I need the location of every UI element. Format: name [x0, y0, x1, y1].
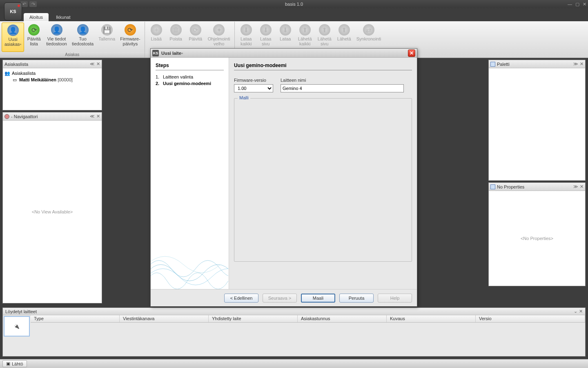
titlebar: ↶ ↷ basis 1.0 — ▢ ✕: [0, 0, 588, 8]
decorative-waves: [151, 244, 228, 289]
load-page-button: ⬇Lataasivu: [256, 22, 276, 52]
import-icon: 👤: [77, 24, 89, 36]
file-icon: ▭: [12, 77, 18, 83]
ribbon-group-asiakas: 👤 Uusi asiakas▫ ⟳ Päivitä lista 👤 Vie ti…: [0, 22, 145, 58]
close-button[interactable]: ✕: [583, 2, 586, 7]
add-icon: ＋: [151, 24, 162, 36]
upload-icon: ⬆: [319, 24, 330, 36]
collapse-button[interactable]: ≪: [90, 61, 95, 67]
tree-root[interactable]: 👥 Asiakaslista: [4, 70, 100, 76]
close-panel-button[interactable]: ✕: [580, 184, 584, 189]
output-icon: ▣: [6, 361, 10, 366]
fieldset-legend: Malli: [238, 95, 250, 100]
send-all-button: ⬆Lähetäkaikki: [295, 22, 315, 52]
status-tab-output[interactable]: ▣ Lähtö: [2, 360, 27, 367]
upload-icon: ⬆: [299, 24, 311, 36]
save-icon: 💾: [101, 24, 113, 36]
status-bar: ▣ Lähtö: [0, 359, 588, 368]
tab-aloitus[interactable]: Aloitus: [24, 13, 49, 21]
dialog-app-icon: KS: [152, 50, 159, 56]
steps-header: Steps: [156, 63, 224, 70]
col-version[interactable]: Versio: [476, 315, 585, 322]
col-channel[interactable]: Viestintäkanava: [120, 315, 209, 322]
tab-ikkunat[interactable]: Ikkunat: [50, 13, 76, 21]
finish-button[interactable]: Maali: [301, 294, 335, 303]
device-icon: 🔌: [14, 324, 20, 329]
customer-tree: 👥 Asiakaslista ▭ Matti Meikäläinen [0000…: [3, 68, 102, 85]
panel-title: Paletti: [497, 62, 572, 67]
panel-title: Asiakaslista: [4, 62, 88, 67]
sync-icon: ⇄: [363, 24, 374, 36]
found-devices-table: Type Viestintäkanava Yhdistetty laite As…: [31, 315, 585, 337]
palette-icon: [490, 62, 495, 67]
send-button: ⬆Lähetä: [334, 22, 354, 52]
dialog-titlebar[interactable]: KS Uusi laite▫ ✕: [151, 49, 417, 58]
maximize-button[interactable]: ▢: [575, 2, 579, 7]
dialog-content-pane: Uusi gemino-modeemi Firmware-versio 1.00…: [229, 58, 417, 289]
firmware-select[interactable]: 1.00: [234, 84, 273, 92]
ribbon-group-label: Asiakas: [0, 52, 145, 58]
nav-icon: [4, 114, 9, 119]
close-panel-button[interactable]: ✕: [579, 309, 583, 314]
dialog-close-button[interactable]: ✕: [408, 49, 415, 57]
collapse-button[interactable]: ≫: [573, 61, 578, 67]
firmware-update-button[interactable]: ⟳ Firmware- päivitys: [118, 22, 143, 52]
refresh-list-button[interactable]: ⟳ Päivitä lista: [24, 22, 44, 52]
app-logo-dot: [18, 4, 20, 7]
import-button[interactable]: 👤 Tuo tiedostosta: [69, 22, 96, 52]
export-button[interactable]: 👤 Vie tiedot tiedostoon: [44, 22, 69, 52]
dialog-content-header: Uusi gemino-modeemi: [234, 63, 412, 70]
template-fieldset: Malli: [234, 98, 412, 262]
minimize-button[interactable]: —: [568, 2, 572, 7]
properties-panel: No Properties ≫ ✕ <No Properties>: [488, 182, 586, 286]
new-device-dialog: KS Uusi laite▫ ✕ Steps 1.Laitteen valint…: [150, 48, 417, 307]
close-panel-button[interactable]: ✕: [580, 61, 584, 67]
upload-icon: ⬆: [339, 24, 350, 36]
col-customerid[interactable]: Asiakastunnus: [298, 315, 387, 322]
cancel-button[interactable]: Peruuta: [339, 294, 374, 303]
col-description[interactable]: Kuvaus: [387, 315, 476, 322]
refresh-icon: ⟳: [28, 24, 40, 36]
wizard-button: ✦ Ohjelmointi velho: [205, 22, 233, 52]
collapse-button[interactable]: ≪: [90, 114, 95, 119]
col-connected[interactable]: Yhdistetty laite: [209, 315, 298, 322]
collapse-button[interactable]: ⌄: [574, 309, 577, 314]
panel-title: Löydetyt laitteet: [5, 309, 572, 314]
navigator-panel: - Navigaattori ≪ ✕ <No View Available>: [2, 112, 102, 303]
dialog-title: Uusi laite▫: [161, 51, 408, 56]
redo-button[interactable]: ↷: [29, 1, 37, 7]
found-devices-panel: Löydetyt laitteet ⌄ ✕ 🔌 Type Viestintäka…: [2, 307, 586, 357]
firmware-icon: ⟳: [125, 24, 136, 36]
next-button: Seuraava >: [263, 294, 297, 303]
wizard-icon: ✦: [213, 24, 225, 36]
panel-title: No Properties: [497, 184, 572, 189]
prev-button[interactable]: < Edellinen: [224, 294, 258, 303]
device-name-label: Laitteen nimi: [281, 78, 412, 83]
send-page-button: ⬆Lähetäsivu: [315, 22, 334, 52]
close-panel-button[interactable]: ✕: [96, 114, 100, 119]
group-icon: 👥: [4, 70, 10, 76]
sync-button: ⇄Synkronointi: [354, 22, 384, 52]
app-menu-button[interactable]: KS: [4, 2, 22, 20]
close-panel-button[interactable]: ✕: [96, 61, 100, 67]
dialog-button-bar: < Edellinen Seuraava > Maali Peruuta Hel…: [151, 289, 417, 306]
refresh-icon: ⟳: [190, 24, 201, 36]
help-button: Help: [378, 294, 412, 303]
export-icon: 👤: [51, 24, 62, 36]
new-customer-button[interactable]: 👤 Uusi asiakas▫: [2, 22, 24, 52]
tab-row: Aloitus Ikkunat: [0, 8, 588, 21]
app-logo: KS: [10, 9, 16, 14]
collapse-button[interactable]: ≫: [573, 184, 578, 189]
device-name-input[interactable]: [281, 84, 404, 92]
app-title: basis 1.0: [285, 2, 303, 7]
device-thumbnail[interactable]: 🔌: [4, 316, 30, 337]
no-properties-placeholder: <No Properties>: [489, 236, 585, 241]
trash-icon: 🗑: [170, 24, 182, 36]
panel-title: - Navigaattori: [11, 114, 88, 119]
col-type[interactable]: Type: [31, 315, 120, 322]
dialog-steps-pane: Steps 1.Laitteen valinta 2.Uusi gemino-m…: [151, 58, 229, 289]
save-button[interactable]: 💾 Tallenna: [96, 22, 118, 52]
download-icon: ⬇: [280, 24, 291, 36]
no-view-placeholder: <No View Available>: [3, 209, 102, 214]
tree-item[interactable]: ▭ Matti Meikäläinen [00000]: [4, 76, 100, 83]
